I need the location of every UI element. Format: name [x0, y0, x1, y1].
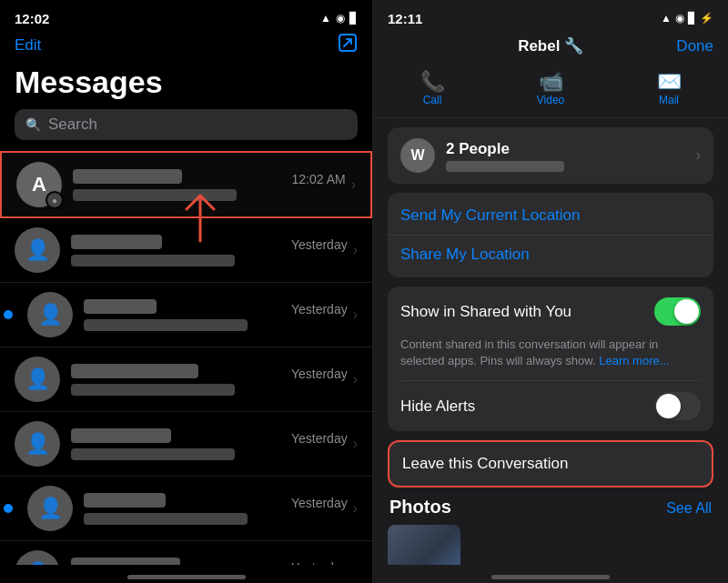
chevron-icon-4: › — [353, 371, 358, 387]
conversation-item-5[interactable]: 👤 Yesterday › — [0, 412, 372, 477]
shared-with-you-desc: Content shared in this conversation will… — [388, 337, 713, 380]
detail-header: Rebel 🔧 Done — [373, 33, 728, 63]
conversation-item-7[interactable]: 👤 Yesterday › — [0, 541, 372, 565]
detail-scroll[interactable]: W 2 People › Send My Current Location Sh… — [373, 118, 728, 565]
battery-icon-right: ▊ — [688, 12, 696, 25]
shared-with-you-toggle[interactable] — [654, 297, 701, 326]
chevron-icon-6: › — [353, 500, 358, 517]
people-row[interactable]: W 2 People › — [388, 127, 713, 184]
home-indicator-right — [491, 575, 610, 579]
leave-section[interactable]: Leave this Conversation — [388, 440, 713, 488]
avatar-7: 👤 — [15, 550, 60, 565]
send-location-link[interactable]: Send My Current Location — [400, 206, 581, 224]
conv-time-1: 12:02 AM — [292, 172, 346, 186]
unread-dot-3 — [4, 310, 13, 319]
conv-preview-6 — [84, 513, 248, 525]
conversation-item-3[interactable]: 👤 Yesterday › — [0, 283, 372, 347]
messages-title: Messages — [0, 65, 372, 109]
status-time-left: 12:02 — [15, 11, 49, 26]
battery-icon-left: ▊ — [349, 12, 358, 25]
edit-button[interactable]: Edit — [15, 36, 41, 55]
conv-time-4: Yesterday — [291, 367, 348, 381]
avatar-2: 👤 — [15, 227, 60, 273]
learn-more-link[interactable]: Learn more... — [599, 354, 669, 367]
leave-button[interactable]: Leave this Conversation — [389, 442, 712, 486]
photos-grid: W — [388, 525, 713, 565]
photos-section: Photos See All W — [388, 497, 713, 565]
conversation-item-2[interactable]: 👤 Yesterday › — [0, 218, 372, 283]
status-bar-left: 12:02 ▲ ◉ ▊ — [0, 0, 372, 33]
conversation-item-6[interactable]: 👤 Yesterday › — [0, 477, 372, 541]
leave-text: Leave this Conversation — [402, 455, 568, 472]
share-location-link[interactable]: Share My Location — [400, 246, 530, 263]
messages-header: Edit — [0, 33, 372, 65]
people-avatar: W — [400, 138, 435, 173]
conv-name-row-1: 12:02 AM — [73, 169, 346, 186]
people-count: 2 People — [446, 140, 696, 158]
unread-dot-6 — [4, 504, 13, 513]
location-section: Send My Current Location Share My Locati… — [388, 193, 713, 277]
status-icons-right: ▲ ◉ ▊ ⚡ — [661, 12, 713, 25]
conv-content-6: Yesterday — [84, 493, 348, 525]
photo-image-1: W — [388, 525, 460, 565]
title-emoji: 🔧 — [564, 37, 583, 55]
conv-content-7: Yesterday — [71, 558, 348, 566]
conv-preview-4 — [71, 384, 235, 396]
hide-alerts-label: Hide Alerts — [400, 397, 475, 416]
conv-content-4: Yesterday — [71, 364, 348, 396]
hide-alerts-toggle[interactable] — [654, 392, 701, 420]
conv-time-6: Yesterday — [291, 496, 348, 510]
wifi-icon-right: ◉ — [675, 12, 684, 25]
avatar-wrap-4: 👤 — [15, 357, 60, 402]
signal-icon-right: ▲ — [661, 12, 672, 25]
conversation-item-1[interactable]: A ● 12:02 AM › — [0, 151, 372, 218]
search-bar[interactable]: 🔍 Search — [15, 109, 358, 140]
conv-name-3 — [84, 299, 157, 314]
chevron-icon-1: › — [351, 176, 356, 193]
conv-name-5 — [71, 428, 171, 443]
avatar-wrap-1: A ● — [16, 162, 62, 207]
chevron-icon-3: › — [353, 307, 358, 323]
detail-title: Rebel — [518, 37, 560, 55]
conversation-list: A ● 12:02 AM › 👤 Yesterday — [0, 151, 372, 565]
conversation-item-4[interactable]: 👤 Yesterday › — [0, 347, 372, 412]
conv-preview-3 — [84, 319, 248, 331]
avatar-4: 👤 — [15, 357, 60, 402]
avatar-sub-1: ● — [46, 191, 64, 209]
conv-time-2: Yesterday — [291, 237, 348, 252]
avatar-5: 👤 — [15, 421, 60, 467]
people-section[interactable]: W 2 People › — [388, 127, 713, 184]
avatar-wrap-5: 👤 — [15, 421, 60, 467]
conv-time-5: Yesterday — [291, 431, 348, 446]
photos-see-all-button[interactable]: See All — [666, 500, 712, 517]
status-time-right: 12:11 — [388, 11, 422, 26]
people-info: 2 People — [446, 140, 696, 172]
avatar-wrap-3: 👤 — [27, 292, 73, 337]
compose-button[interactable] — [338, 33, 358, 57]
send-location-item[interactable]: Send My Current Location — [388, 196, 713, 236]
tab-video[interactable]: 📹 Video — [491, 66, 610, 110]
conv-name-7 — [71, 558, 180, 566]
detail-title-wrap: Rebel 🔧 — [518, 36, 583, 55]
conv-name-4 — [71, 364, 198, 378]
conv-name-6 — [84, 493, 166, 508]
done-button[interactable]: Done — [676, 37, 713, 55]
conv-name-1 — [73, 169, 182, 184]
toggle-knob-alerts — [656, 394, 681, 418]
tab-call[interactable]: 📞 Call — [373, 66, 491, 110]
photo-thumb-1[interactable]: W — [388, 525, 460, 565]
share-location-item[interactable]: Share My Location — [388, 236, 713, 274]
shared-with-you-row: Show in Shared with You — [388, 286, 713, 337]
home-bar-right — [373, 565, 728, 583]
conv-name-2 — [71, 235, 162, 249]
hide-alerts-row: Hide Alerts — [388, 381, 713, 431]
tab-mail[interactable]: ✉️ Mail — [610, 66, 728, 110]
home-bar-left — [0, 565, 372, 583]
shared-with-you-label: Show in Shared with You — [400, 303, 571, 321]
conv-time-7: Yesterday — [291, 560, 348, 566]
avatar-wrap-2: 👤 — [15, 227, 60, 273]
home-indicator-left — [127, 575, 246, 579]
avatar-wrap-7: 👤 — [15, 550, 60, 565]
action-tabs: 📞 Call 📹 Video ✉️ Mail — [373, 63, 728, 118]
conv-preview-5 — [71, 448, 235, 460]
